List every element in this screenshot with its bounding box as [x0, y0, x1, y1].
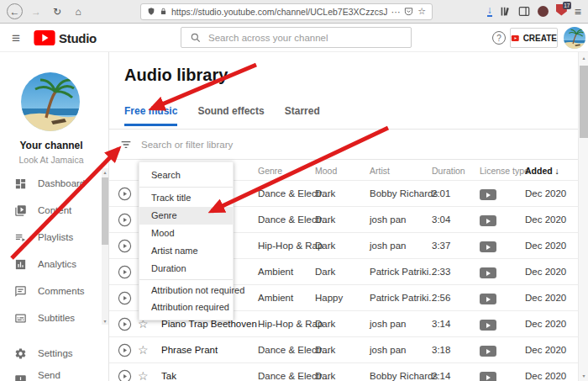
- youtube-studio-logo[interactable]: Studio: [34, 30, 97, 45]
- artist-cell: josh pan: [370, 319, 406, 329]
- added-cell: Dec 2020: [525, 214, 566, 225]
- scroll-up-icon[interactable]: ▴: [102, 169, 108, 175]
- menu-item-search[interactable]: Search: [139, 165, 233, 185]
- channel-avatar[interactable]: [21, 72, 80, 131]
- tab-starred[interactable]: Starred: [285, 105, 320, 126]
- page-actions-icon[interactable]: ⋯: [391, 7, 401, 17]
- pocket-icon[interactable]: [404, 7, 413, 16]
- column-header-artist[interactable]: Artist: [370, 166, 390, 176]
- account-avatar[interactable]: [564, 27, 585, 49]
- back-icon[interactable]: ←: [7, 3, 23, 19]
- content-area: Your channel Look At Jamaica DashboardCo…: [0, 52, 588, 381]
- reload-icon[interactable]: ↻: [50, 4, 65, 19]
- downloads-icon[interactable]: ↓: [487, 6, 492, 17]
- column-header-mood[interactable]: Mood: [315, 166, 337, 176]
- scrollbar-thumb[interactable]: [102, 177, 108, 245]
- column-header-duration[interactable]: Duration: [432, 166, 465, 176]
- duration-cell: 3:18: [432, 345, 450, 355]
- menu-item-genre[interactable]: Genre: [139, 207, 233, 225]
- scroll-up-icon[interactable]: ▴: [579, 55, 588, 61]
- tab-free-music[interactable]: Free music: [124, 105, 177, 126]
- studio-header: ≡ Studio ? CREATE: [0, 24, 588, 52]
- license-youtube-icon: [480, 294, 496, 304]
- play-preview-button[interactable]: [118, 213, 132, 227]
- search-icon: [190, 32, 202, 44]
- mood-cell: Dark: [315, 371, 335, 381]
- browser-menu-icon[interactable]: ≡: [575, 5, 581, 19]
- sidebar-item-subtitles[interactable]: Subtitles: [0, 304, 102, 331]
- screen: ← → ↻ ⌂ https://studio.youtube.com/chann…: [0, 0, 588, 381]
- sidebar-item-label: Subtitles: [38, 313, 75, 323]
- play-preview-button[interactable]: [118, 239, 132, 253]
- sidebar-item-content[interactable]: Content: [0, 197, 102, 224]
- play-preview-button[interactable]: [118, 187, 132, 201]
- table-row[interactable]: ☆Phrase PrantDance & Electr...Darkjosh p…: [109, 337, 578, 363]
- menu-item-attribution-required[interactable]: Attribution required: [139, 299, 233, 315]
- help-icon[interactable]: ?: [492, 31, 506, 45]
- sidebar-item-analytics[interactable]: Analytics: [0, 251, 102, 278]
- play-preview-button[interactable]: [118, 317, 132, 331]
- sidebar-scrollbar[interactable]: ▴ ▾: [102, 168, 108, 325]
- tab-sound-effects[interactable]: Sound effects: [197, 105, 264, 126]
- mood-cell: Dark: [315, 345, 335, 355]
- sidebar-item-label: Settings: [38, 348, 73, 358]
- star-icon[interactable]: ☆: [138, 369, 149, 381]
- play-preview-button[interactable]: [118, 291, 132, 305]
- play-preview-button[interactable]: [118, 369, 132, 381]
- license-youtube-icon: [480, 267, 496, 278]
- forward-icon[interactable]: →: [29, 4, 44, 19]
- search-input[interactable]: [208, 33, 402, 43]
- analytics-icon: [14, 258, 27, 271]
- genre-cell: Hip-Hop & Rap: [258, 241, 323, 251]
- mood-cell: Dark: [315, 214, 335, 225]
- main-panel: Audio library Free musicSound effectsSta…: [109, 52, 578, 381]
- url-bar[interactable]: https://studio.youtube.com/channel/UCLeb…: [140, 3, 433, 20]
- play-preview-button[interactable]: [118, 265, 132, 279]
- sidebar-item-settings[interactable]: Settings: [0, 340, 102, 367]
- license-youtube-icon: [480, 241, 496, 252]
- sidebar-toggle-icon[interactable]: [518, 6, 530, 17]
- scroll-down-icon[interactable]: ▾: [579, 373, 588, 378]
- lock-icon: [160, 7, 167, 16]
- sidebar-item-send-feedback[interactable]: Send feedback: [0, 367, 102, 381]
- menu-item-attribution-not-required[interactable]: Attribution not required: [139, 282, 233, 299]
- column-header-license[interactable]: License type: [480, 166, 529, 176]
- menu-item-duration[interactable]: Duration: [139, 260, 233, 278]
- channel-search-bar[interactable]: [181, 27, 412, 48]
- menu-icon[interactable]: ≡: [12, 30, 20, 47]
- page-scrollbar[interactable]: ▴ ▾: [578, 52, 588, 381]
- added-cell: Dec 2020: [525, 319, 566, 329]
- menu-item-track-title[interactable]: Track title: [139, 189, 233, 207]
- sidebar-item-comments[interactable]: Comments: [0, 278, 102, 304]
- filter-bar[interactable]: [109, 130, 578, 160]
- home-icon[interactable]: ⌂: [71, 4, 86, 19]
- studio-brand-text: Studio: [59, 31, 97, 45]
- duration-cell: 2:56: [432, 293, 450, 303]
- create-button[interactable]: CREATE: [510, 28, 558, 48]
- column-header-added[interactable]: Added ↓: [525, 166, 559, 176]
- table-row[interactable]: ☆TakDance & Electr...DarkBobby Richards2…: [109, 363, 578, 381]
- menu-item-artist-name[interactable]: Artist name: [139, 242, 233, 260]
- filter-dropdown-menu: SearchTrack titleGenreMoodArtist nameDur…: [139, 161, 234, 320]
- column-header-genre[interactable]: Genre: [258, 166, 282, 176]
- play-preview-button[interactable]: [118, 343, 132, 357]
- scroll-down-icon[interactable]: ▾: [102, 318, 108, 324]
- bookmark-star-icon[interactable]: ☆: [417, 6, 426, 17]
- added-cell: Dec 2020: [525, 188, 566, 198]
- tracking-protection-icon[interactable]: [147, 7, 155, 16]
- menu-item-mood[interactable]: Mood: [139, 225, 233, 242]
- sidebar-item-label: Dashboard: [38, 178, 85, 188]
- library-filter-input[interactable]: [141, 140, 578, 150]
- sidebar-item-playlists[interactable]: Playlists: [0, 224, 102, 251]
- sidebar-item-dashboard[interactable]: Dashboard: [0, 170, 102, 197]
- youtube-logo-icon: [34, 30, 55, 45]
- library-icon[interactable]: [500, 6, 511, 17]
- star-icon[interactable]: ☆: [138, 343, 149, 357]
- mood-cell: Dark: [315, 241, 335, 251]
- genre-cell: Ambient: [258, 267, 293, 277]
- adblock-extension-icon[interactable]: 17: [556, 4, 567, 19]
- filter-icon[interactable]: [119, 138, 133, 151]
- extension-icon[interactable]: [538, 6, 549, 17]
- scrollbar-thumb[interactable]: [580, 66, 588, 138]
- artist-cell: josh pan: [370, 241, 406, 251]
